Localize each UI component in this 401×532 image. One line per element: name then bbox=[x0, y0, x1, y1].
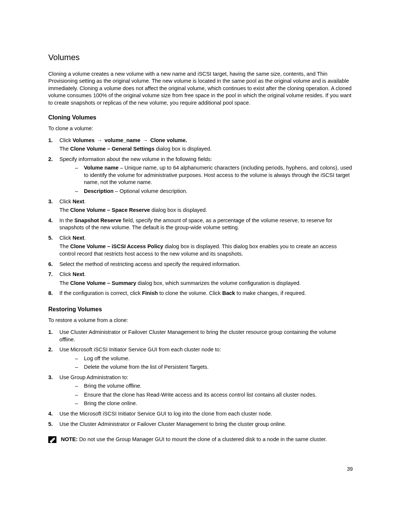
restoring-lead: To restore a volume from a clone: bbox=[48, 317, 353, 324]
list-item: –Log off the volume. bbox=[75, 355, 353, 362]
step-number: 2. bbox=[48, 346, 59, 372]
step-1: 1. Use Cluster Administrator or Failover… bbox=[48, 329, 353, 345]
cloning-lead: To clone a volume: bbox=[48, 125, 353, 132]
step-body: Click Next. The Clone Volume – iSCSI Acc… bbox=[59, 234, 353, 259]
note-block: NOTE: Do not use the Group Manager GUI t… bbox=[48, 436, 353, 443]
step-number: 3. bbox=[48, 374, 59, 409]
list-item-text: Description – Optional volume descriptio… bbox=[84, 188, 188, 195]
step-text: Specify information about the new volume… bbox=[59, 156, 353, 163]
step-body: Use the Microsoft iSCSI Initiator Servic… bbox=[59, 410, 353, 419]
step-number: 4. bbox=[48, 217, 59, 233]
step-8: 8. If the configuration is correct, clic… bbox=[48, 290, 353, 299]
step-3: 3. Click Next. The Clone Volume – Space … bbox=[48, 198, 353, 216]
list-item: – Volume name – Unique name, up to 64 al… bbox=[75, 164, 353, 186]
list-item: –Ensure that the clone has Read-Write ac… bbox=[75, 391, 353, 399]
step-result: The Clone Volume – Summary dialog box, w… bbox=[59, 280, 353, 287]
step-text: Click Next. bbox=[59, 234, 353, 242]
step-2-sublist: –Log off the volume. –Delete the volume … bbox=[75, 355, 353, 371]
list-item: –Bring the clone online. bbox=[75, 400, 353, 407]
step-number: 8. bbox=[48, 290, 59, 299]
step-text: Use the Cluster Administrator or Failove… bbox=[59, 421, 353, 428]
step-body: In the Snapshot Reserve field, specify t… bbox=[59, 217, 353, 233]
step-number: 1. bbox=[48, 329, 59, 345]
step-body: Select the method of restricting access … bbox=[59, 261, 353, 270]
dash-icon: – bbox=[75, 355, 84, 362]
step-4: 4. Use the Microsoft iSCSI Initiator Ser… bbox=[48, 410, 353, 419]
dash-icon: – bbox=[75, 164, 84, 186]
step-number: 1. bbox=[48, 137, 59, 154]
step-text: Use Cluster Administrator or Failover Cl… bbox=[59, 329, 353, 343]
step-text: In the Snapshot Reserve field, specify t… bbox=[59, 217, 353, 231]
list-item-text: Ensure that the clone has Read-Write acc… bbox=[84, 391, 317, 399]
list-item-text: Log off the volume. bbox=[84, 355, 130, 362]
note-label: NOTE: bbox=[61, 436, 78, 442]
step-5: 5. Click Next. The Clone Volume – iSCSI … bbox=[48, 234, 353, 259]
step-number: 6. bbox=[48, 261, 59, 270]
step-number: 7. bbox=[48, 271, 59, 288]
step-3-sublist: –Bring the volume offline. –Ensure that … bbox=[75, 382, 353, 407]
step-body: Click Volumes → volume_name → Clone volu… bbox=[59, 137, 353, 154]
dash-icon: – bbox=[75, 391, 84, 399]
step-text: Click Next. bbox=[59, 271, 353, 278]
step-2-sublist: – Volume name – Unique name, up to 64 al… bbox=[75, 164, 353, 195]
step-4: 4. In the Snapshot Reserve field, specif… bbox=[48, 217, 353, 233]
step-1: 1. Click Volumes → volume_name → Clone v… bbox=[48, 137, 353, 154]
step-7: 7. Click Next. The Clone Volume – Summar… bbox=[48, 271, 353, 288]
list-item: – Description – Optional volume descript… bbox=[75, 188, 353, 195]
list-item-text: Delete the volume from the list of Persi… bbox=[84, 364, 209, 371]
step-text: Use the Microsoft iSCSI Initiator Servic… bbox=[59, 410, 353, 418]
page-number: 39 bbox=[48, 466, 353, 473]
step-body: If the configuration is correct, click F… bbox=[59, 290, 353, 299]
step-result: The Clone Volume – General Settings dial… bbox=[59, 145, 353, 153]
cloning-heading: Cloning Volumes bbox=[48, 114, 353, 122]
step-text: Select the method of restricting access … bbox=[59, 261, 353, 268]
step-text: If the configuration is correct, click F… bbox=[59, 290, 353, 297]
step-text: Use Group Administration to: bbox=[59, 374, 353, 381]
step-result: The Clone Volume – iSCSI Access Policy d… bbox=[59, 243, 353, 257]
note-text: NOTE: Do not use the Group Manager GUI t… bbox=[61, 436, 327, 443]
intro-paragraph: Cloning a volume creates a new volume wi… bbox=[48, 70, 353, 107]
dash-icon: – bbox=[75, 382, 84, 390]
document-page: Volumes Cloning a volume creates a new v… bbox=[0, 0, 401, 495]
dash-icon: – bbox=[75, 188, 84, 195]
step-result: The Clone Volume – Space Reserve dialog … bbox=[59, 207, 353, 214]
step-body: Use Group Administration to: –Bring the … bbox=[59, 374, 353, 409]
list-item: –Delete the volume from the list of Pers… bbox=[75, 364, 353, 371]
step-5: 5. Use the Cluster Administrator or Fail… bbox=[48, 421, 353, 430]
cloning-steps: 1. Click Volumes → volume_name → Clone v… bbox=[48, 137, 353, 299]
step-number: 5. bbox=[48, 421, 59, 430]
step-3: 3. Use Group Administration to: –Bring t… bbox=[48, 374, 353, 409]
list-item-text: Bring the clone online. bbox=[84, 400, 137, 407]
step-6: 6. Select the method of restricting acce… bbox=[48, 261, 353, 270]
restoring-steps: 1. Use Cluster Administrator or Failover… bbox=[48, 329, 353, 429]
list-item-text: Bring the volume offline. bbox=[84, 382, 141, 390]
step-number: 2. bbox=[48, 156, 59, 197]
note-icon bbox=[48, 436, 56, 443]
step-body: Use the Cluster Administrator or Failove… bbox=[59, 421, 353, 430]
step-number: 4. bbox=[48, 410, 59, 419]
restoring-heading: Restoring Volumes bbox=[48, 305, 353, 313]
list-item-text: Volume name – Unique name, up to 64 alph… bbox=[84, 164, 353, 186]
step-body: Specify information about the new volume… bbox=[59, 156, 353, 197]
step-number: 5. bbox=[48, 234, 59, 259]
step-text: Click Next. bbox=[59, 198, 353, 206]
step-text: Click Volumes → volume_name → Clone volu… bbox=[59, 137, 353, 144]
step-number: 3. bbox=[48, 198, 59, 216]
dash-icon: – bbox=[75, 400, 84, 407]
step-body: Click Next. The Clone Volume – Space Res… bbox=[59, 198, 353, 216]
step-body: Use Microsoft iSCSI Initiator Service GU… bbox=[59, 346, 353, 372]
step-2: 2. Use Microsoft iSCSI Initiator Service… bbox=[48, 346, 353, 372]
dash-icon: – bbox=[75, 364, 84, 371]
step-2: 2. Specify information about the new vol… bbox=[48, 156, 353, 197]
section-title: Volumes bbox=[48, 52, 353, 63]
step-text: Use Microsoft iSCSI Initiator Service GU… bbox=[59, 346, 353, 354]
step-body: Click Next. The Clone Volume – Summary d… bbox=[59, 271, 353, 288]
list-item: –Bring the volume offline. bbox=[75, 382, 353, 390]
step-body: Use Cluster Administrator or Failover Cl… bbox=[59, 329, 353, 345]
